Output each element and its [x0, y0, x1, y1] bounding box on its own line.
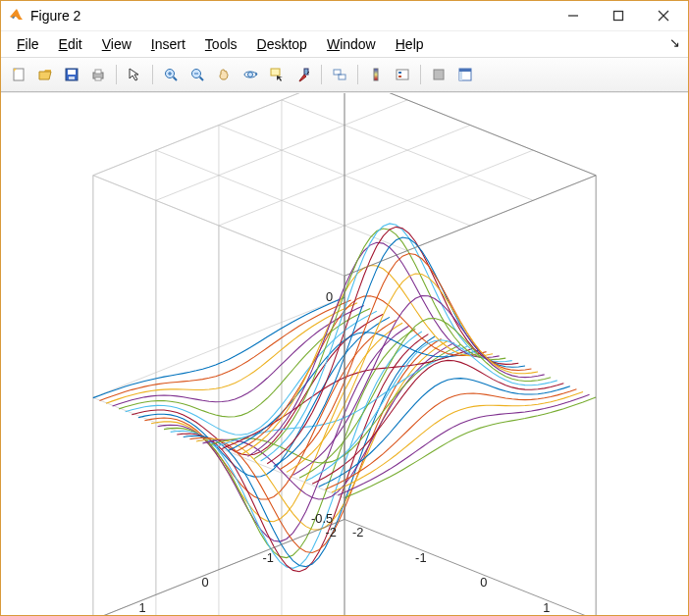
svg-rect-23 — [334, 70, 341, 75]
axes-3d[interactable]: plot3画图demo -2-1012-2-1012-0.500.5 — [1, 92, 688, 615]
svg-text:-1: -1 — [262, 550, 273, 565]
svg-text:-2: -2 — [326, 525, 337, 539]
insert-colorbar-button[interactable] — [364, 63, 388, 86]
svg-rect-26 — [374, 69, 378, 80]
plot-canvas: -2-1012-2-1012-0.500.5 — [1, 93, 688, 615]
svg-rect-1 — [614, 12, 623, 21]
svg-text:0: 0 — [326, 289, 333, 304]
matlab-icon — [9, 8, 25, 24]
svg-text:1: 1 — [139, 600, 146, 615]
brush-button[interactable] — [292, 63, 315, 86]
maximize-button[interactable] — [596, 1, 641, 30]
svg-rect-4 — [14, 69, 24, 80]
svg-rect-21 — [271, 69, 280, 76]
svg-point-20 — [248, 73, 253, 77]
menu-view[interactable]: View — [92, 33, 141, 55]
new-figure-button[interactable] — [7, 63, 30, 86]
svg-line-63 — [344, 519, 596, 615]
link-plot-button[interactable] — [328, 63, 351, 86]
insert-legend-button[interactable] — [391, 63, 414, 86]
svg-text:-0.5: -0.5 — [311, 511, 333, 526]
svg-rect-32 — [459, 69, 471, 72]
svg-rect-7 — [68, 70, 76, 75]
svg-line-13 — [174, 77, 178, 81]
svg-text:1: 1 — [543, 600, 550, 615]
zoom-in-button[interactable] — [159, 63, 183, 86]
menubar: File Edit View Insert Tools Desktop Wind… — [1, 31, 688, 57]
rotate-3d-button[interactable] — [238, 63, 262, 86]
toolbar-separator — [152, 65, 153, 84]
figure-window: Figure 2 File Edit View Insert Tools Des… — [0, 0, 689, 616]
print-button[interactable] — [86, 63, 110, 86]
svg-rect-10 — [95, 70, 101, 74]
toolbar-separator — [116, 65, 117, 84]
hide-plot-tools-button[interactable] — [427, 63, 450, 86]
svg-rect-8 — [69, 77, 75, 79]
menu-tools[interactable]: Tools — [195, 33, 247, 55]
svg-text:0: 0 — [480, 575, 487, 590]
toolbar-separator — [420, 65, 421, 84]
svg-rect-11 — [95, 77, 101, 80]
menu-desktop[interactable]: Desktop — [247, 33, 317, 55]
save-button[interactable] — [60, 63, 83, 86]
svg-rect-33 — [459, 72, 462, 80]
show-plot-tools-button[interactable] — [453, 63, 477, 86]
toolbar-separator — [357, 65, 358, 84]
zoom-out-button[interactable] — [186, 63, 209, 86]
titlebar: Figure 2 — [1, 1, 688, 31]
svg-rect-30 — [434, 70, 444, 79]
toolbar — [1, 57, 688, 92]
svg-rect-27 — [397, 70, 408, 79]
open-button[interactable] — [33, 63, 57, 86]
svg-text:-2: -2 — [352, 525, 363, 539]
menu-insert[interactable]: Insert — [141, 33, 195, 55]
svg-text:0: 0 — [202, 575, 209, 590]
menu-help[interactable]: Help — [386, 33, 434, 55]
menu-window[interactable]: Window — [317, 33, 386, 55]
data-cursor-button[interactable] — [265, 63, 289, 86]
toolbar-separator — [321, 65, 322, 84]
menu-edit[interactable]: Edit — [49, 33, 92, 55]
menu-file[interactable]: File — [7, 33, 49, 55]
close-button[interactable] — [641, 1, 686, 30]
window-title: Figure 2 — [30, 8, 551, 24]
edit-plot-button[interactable] — [123, 63, 146, 86]
undock-arrow-icon[interactable]: ↘ — [669, 35, 680, 50]
svg-rect-24 — [339, 75, 345, 79]
svg-text:-1: -1 — [415, 550, 426, 565]
minimize-button[interactable] — [551, 1, 596, 30]
pan-button[interactable] — [212, 63, 236, 86]
svg-line-17 — [200, 77, 204, 81]
